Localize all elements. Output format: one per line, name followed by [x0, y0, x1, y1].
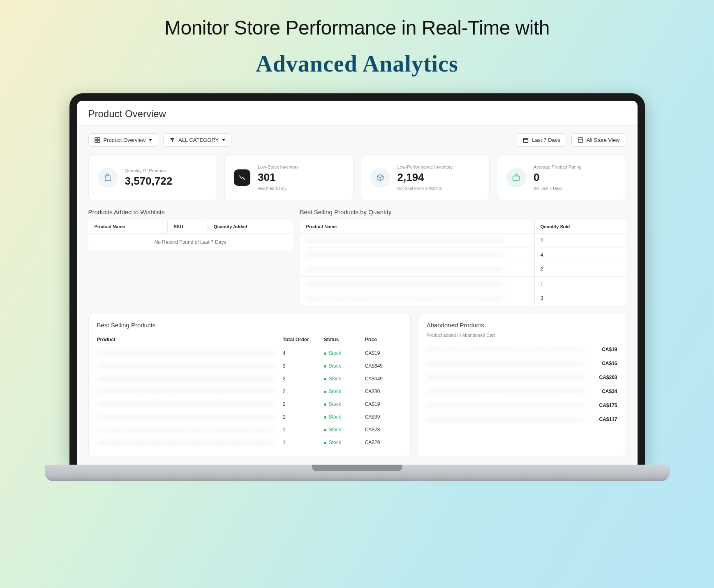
cell-total: 1 [283, 427, 320, 433]
cell-price: CA$34 [602, 389, 617, 394]
table-row: ———————————————————————————————————— 2 S… [97, 385, 402, 398]
cell-status: Stock [324, 350, 361, 356]
cell-price: CA$28 [365, 427, 402, 433]
kpi-value: 3,570,722 [125, 175, 173, 188]
col-qty: Quantity Added [208, 220, 292, 234]
caret-down-icon [149, 139, 152, 141]
kpi-quantity-products: Quantity Of Products 3,570,722 [88, 155, 217, 200]
calendar-icon [523, 137, 529, 143]
laptop-notch [312, 465, 402, 471]
cell-product: ———————————————————————————————— [427, 375, 585, 380]
toolbar: Product Overview ALL CATEGORY Last 7 Day… [77, 126, 638, 151]
cell-product: ———————————————————————————————————————— [300, 277, 534, 291]
bag-icon [98, 168, 118, 188]
table-row: ———————————————————————————————————— 3 S… [97, 359, 402, 372]
laptop-base [45, 465, 670, 481]
category-filter[interactable]: ALL CATEGORY [163, 133, 231, 147]
overview-label: Product Overview [104, 137, 146, 143]
overview-dropdown[interactable]: Product Overview [88, 133, 159, 147]
page-title: Product Overview [88, 108, 626, 120]
svg-rect-1 [98, 138, 100, 140]
storeview-label: All Store View [587, 137, 620, 143]
svg-rect-4 [524, 138, 528, 142]
cell-total: 4 [283, 350, 320, 356]
cell-product: ———————————————————————————————————————— [300, 234, 534, 248]
cell-price: CA$117 [599, 417, 617, 422]
table-row: ————————————————————————————————————————… [300, 248, 626, 262]
table-row: ————————————————————————————————————————… [300, 291, 626, 306]
svg-rect-3 [98, 141, 100, 143]
cell-total: 1 [283, 440, 320, 445]
cell-product: ———————————————————————————————————— [97, 427, 279, 433]
cell-product: ———————————————————————————————————— [97, 414, 279, 420]
cell-product: ———————————————————————————————————— [97, 350, 279, 356]
briefcase-icon [506, 168, 526, 188]
cell-qty: 2 [534, 262, 626, 277]
table-row: ———————————————————————————————————— 1 S… [97, 436, 402, 449]
kpi-label: Average Product Rating [534, 164, 582, 169]
kpi-label: Low-Stock Inventory [258, 164, 299, 169]
daterange-label: Last 7 Days [532, 137, 560, 143]
col-sku: SKU [168, 220, 208, 234]
kpi-sub: Not Sold From 3 Months [397, 186, 453, 191]
panel-title: Products Added to Wishlists [88, 208, 293, 215]
cell-price: CA$19 [365, 350, 402, 356]
cell-price: CA$203 [599, 375, 617, 380]
caret-down-icon [222, 139, 225, 141]
cell-status: Stock [324, 440, 361, 445]
kpi-low-performance: Low-Performance Inventory 2,194 Not Sold… [361, 155, 490, 200]
storeview-picker[interactable]: All Store View [571, 133, 626, 147]
box-icon [370, 168, 390, 188]
cell-qty: 3 [534, 291, 626, 306]
cell-product: ———————————————————————————————— [427, 417, 585, 422]
list-item: ———————————————————————————————— CA$175 [427, 398, 617, 412]
panel-subtitle: Product added In Abandoned Cart [427, 333, 617, 338]
list-item: ———————————————————————————————— CA$203 [427, 370, 617, 384]
cell-price: CA$649 [365, 363, 402, 369]
cell-status: Stock [324, 363, 361, 369]
cell-product: ———————————————————————————————————— [97, 389, 279, 394]
cell-product: ———————————————————————————————————————— [300, 262, 534, 277]
kpi-rating: Average Product Rating 0 0% Last 7 Days [497, 155, 626, 200]
svg-rect-0 [95, 138, 97, 140]
table-row: ————————————————————————————————————————… [300, 234, 626, 248]
col-total: Total Order [283, 337, 320, 343]
cell-status: Stock [324, 389, 361, 394]
cell-price: CA$649 [365, 376, 402, 382]
list-item: ———————————————————————————————— CA$19 [427, 343, 617, 357]
cell-price: CA$30 [365, 389, 402, 394]
panel-title: Best Selling Products by Quantity [300, 208, 626, 215]
col-status: Status [324, 337, 361, 343]
cell-status: Stock [324, 401, 361, 407]
table-row: ———————————————————————————————————— 1 S… [97, 423, 402, 436]
col-product: Product Name [88, 220, 168, 234]
cell-price: CA$19 [602, 347, 617, 352]
svg-rect-2 [95, 141, 97, 143]
cell-status: Stock [324, 376, 361, 382]
store-icon [578, 137, 583, 143]
cell-total: 2 [283, 376, 320, 382]
cell-qty: 1 [534, 277, 626, 291]
empty-message: No Record Found of Last 7 Days [88, 234, 292, 251]
best-selling-panel: Best Selling Products Product Total Orde… [88, 314, 411, 456]
col-product: Product Name [300, 220, 534, 234]
list-item: ———————————————————————————————— CA$16 [427, 357, 617, 370]
table-row: ———————————————————————————————————— 2 S… [97, 398, 402, 410]
grid-icon [95, 137, 100, 143]
cell-qty: 4 [534, 248, 626, 262]
col-price: Price [365, 337, 402, 343]
cell-status: Stock [324, 427, 361, 433]
cell-product: ———————————————————————————————— [427, 347, 585, 352]
cell-total: 2 [283, 401, 320, 407]
kpi-label: Quantity Of Products [125, 168, 173, 173]
col-qty: Quantity Sold [534, 220, 626, 234]
cell-product: ———————————————————————————————— [427, 361, 585, 366]
cell-price: CA$29 [365, 440, 402, 445]
wishlist-panel: Products Added to Wishlists Product Name… [88, 208, 293, 306]
daterange-picker[interactable]: Last 7 Days [517, 133, 566, 147]
panel-title: Best Selling Products [97, 322, 402, 329]
panel-title: Abandoned Products [427, 322, 617, 329]
trend-down-icon [234, 169, 250, 186]
kpi-sub: 0% Last 7 Days [534, 186, 582, 191]
cell-price: CA$16 [602, 361, 617, 366]
